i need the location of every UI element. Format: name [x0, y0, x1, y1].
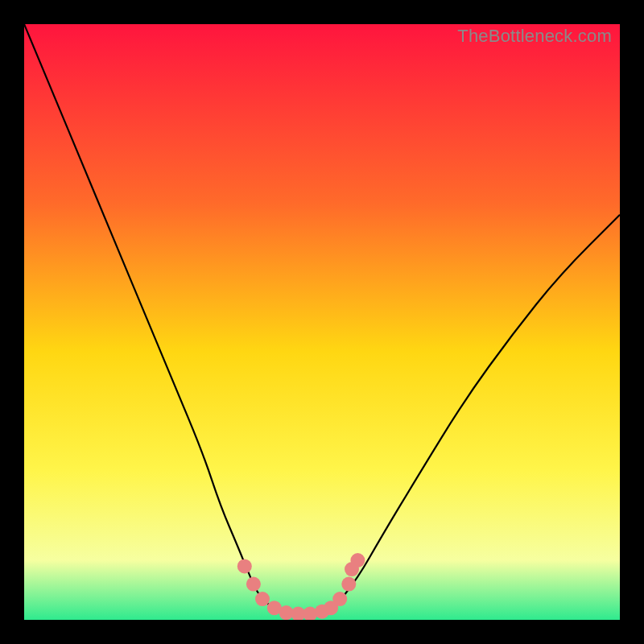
chart-frame: TheBottleneck.com	[0, 0, 644, 644]
marker-dot	[255, 592, 270, 606]
curve-layer	[24, 24, 620, 620]
marker-dot	[350, 553, 365, 568]
marker-dot	[332, 592, 347, 606]
marker-dot	[341, 577, 356, 592]
watermark-text: TheBottleneck.com	[457, 26, 612, 47]
marker-dot	[246, 577, 261, 592]
marker-dot	[237, 559, 252, 573]
bottleneck-curve	[24, 24, 620, 614]
plot-area: TheBottleneck.com	[24, 24, 620, 620]
bottom-markers	[237, 553, 365, 620]
